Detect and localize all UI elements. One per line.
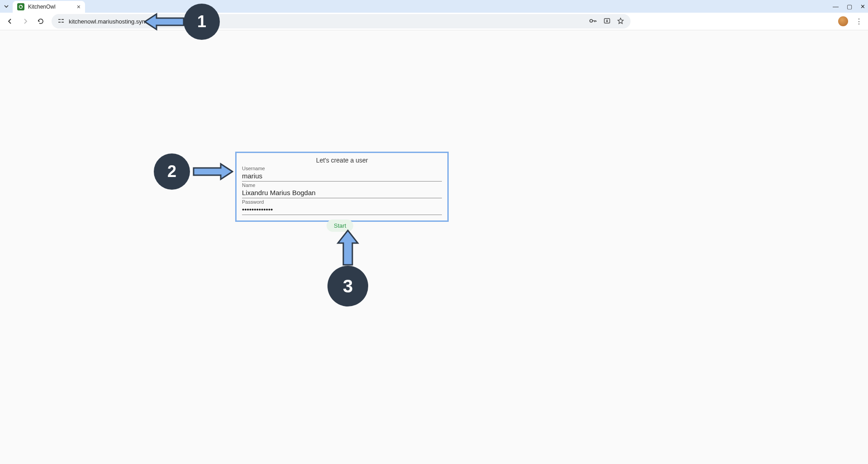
page-content: Let's create a user Username Name Passwo… <box>0 30 868 464</box>
forward-button[interactable] <box>19 15 32 28</box>
callout-2: 2 <box>154 153 233 190</box>
window-controls: — ▢ ✕ <box>833 0 865 13</box>
arrow-right-icon <box>188 160 233 183</box>
svg-point-5 <box>590 19 593 22</box>
arrow-up-icon <box>334 230 361 270</box>
svg-rect-2 <box>62 19 64 20</box>
username-label: Username <box>242 166 442 171</box>
favicon-icon <box>17 3 24 10</box>
callout-number: 1 <box>184 4 220 40</box>
username-input[interactable] <box>242 171 442 182</box>
tab-title: KitchenOwl <box>28 4 56 10</box>
close-window-icon[interactable]: ✕ <box>860 3 865 10</box>
svg-rect-3 <box>58 22 61 23</box>
bookmark-star-icon[interactable] <box>617 17 624 26</box>
titlebar: KitchenOwl × — ▢ ✕ <box>0 0 868 13</box>
password-key-icon[interactable] <box>589 18 597 25</box>
minimize-icon[interactable]: — <box>833 3 839 10</box>
callout-number: 3 <box>327 266 368 306</box>
callout-3: 3 <box>327 230 368 306</box>
create-user-form: Let's create a user Username Name Passwo… <box>235 152 449 222</box>
toolbar: kitchenowl.mariushosting.synology.me ⋮ <box>0 13 868 30</box>
reload-button[interactable] <box>34 15 47 28</box>
svg-rect-1 <box>58 19 61 20</box>
menu-kebab-icon[interactable]: ⋮ <box>854 17 864 26</box>
svg-rect-4 <box>62 22 64 23</box>
callout-1: 1 <box>144 4 220 40</box>
name-label: Name <box>242 182 442 188</box>
back-button[interactable] <box>4 15 16 28</box>
password-label: Password <box>242 199 442 205</box>
profile-avatar[interactable] <box>838 16 848 26</box>
tab-close-icon[interactable]: × <box>77 3 81 10</box>
maximize-icon[interactable]: ▢ <box>847 3 852 10</box>
url-bar[interactable]: kitchenowl.mariushosting.synology.me <box>52 14 631 29</box>
site-settings-icon[interactable] <box>58 18 64 25</box>
callout-number: 2 <box>154 153 190 190</box>
arrow-left-icon <box>144 10 189 33</box>
tab-search-dropdown[interactable] <box>0 0 13 13</box>
form-title: Let's create a user <box>242 157 442 164</box>
password-input[interactable] <box>242 205 442 215</box>
name-input[interactable] <box>242 188 442 198</box>
install-app-icon[interactable] <box>603 17 611 26</box>
browser-tab[interactable]: KitchenOwl × <box>13 1 85 13</box>
